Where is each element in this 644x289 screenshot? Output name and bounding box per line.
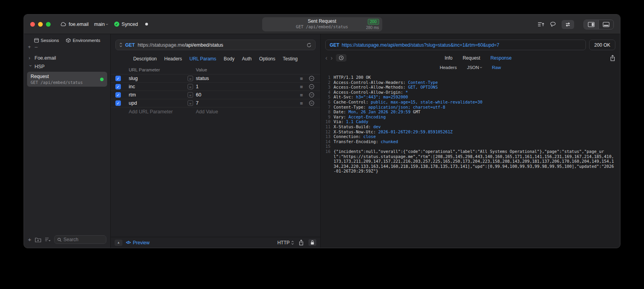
param-checkbox[interactable]: ✓ bbox=[115, 92, 121, 98]
add-item-button[interactable]: + bbox=[28, 45, 31, 49]
tree-item-hsp[interactable]: › HSP bbox=[26, 62, 108, 71]
param-row-slug: ✓slug=status≡ bbox=[111, 75, 320, 83]
param-value[interactable]: 60 bbox=[196, 92, 201, 98]
response-body[interactable]: 1HTTP/1.1 200 OK2Access-Control-Allow-He… bbox=[321, 72, 620, 248]
row-menu-icon[interactable]: ≡ bbox=[297, 92, 306, 98]
param-name[interactable]: upd bbox=[129, 100, 188, 106]
line-text: Date: Mon, 26 Jan 2026 20:29:59 GMT bbox=[334, 109, 616, 115]
chevron-right-icon: › bbox=[29, 55, 32, 61]
preview-button[interactable]: </> Preview bbox=[126, 240, 150, 245]
subtab-json[interactable]: JSON› bbox=[467, 65, 482, 70]
sync-status[interactable]: ✓ Synced bbox=[114, 22, 138, 27]
lock-icon[interactable] bbox=[308, 239, 316, 246]
tab-url-params[interactable]: URL Params bbox=[190, 56, 216, 62]
branch-selector[interactable]: main › bbox=[94, 22, 108, 27]
add-request-button[interactable]: + bbox=[28, 237, 31, 242]
minimize-button[interactable] bbox=[38, 22, 43, 27]
line-number: 3 bbox=[324, 85, 330, 90]
search-input[interactable] bbox=[64, 237, 103, 242]
line-text: Alt-Svc: h3=":443"; ma=2592000 bbox=[334, 95, 616, 100]
add-param-row[interactable]: Add URL Parameter Add Value bbox=[111, 107, 320, 116]
history-forward-icon[interactable]: › bbox=[330, 55, 332, 61]
param-value[interactable]: 1 bbox=[196, 84, 199, 89]
tab-sessions-label: Sessions bbox=[41, 38, 59, 43]
search-field[interactable] bbox=[54, 235, 106, 244]
close-button[interactable] bbox=[30, 22, 35, 27]
equals-icon: = bbox=[188, 76, 193, 81]
request-url-host[interactable]: https://statuspage.me bbox=[138, 42, 185, 48]
layout-bottom-panel-icon[interactable] bbox=[598, 20, 613, 29]
share-icon[interactable] bbox=[299, 240, 304, 245]
code-line: 15 bbox=[324, 144, 616, 149]
param-checkbox[interactable]: ✓ bbox=[115, 100, 121, 106]
new-folder-icon[interactable] bbox=[35, 237, 41, 242]
expand-panel-button[interactable]: ▲ bbox=[115, 240, 122, 246]
tab-response[interactable]: Response bbox=[491, 55, 512, 61]
param-checkbox[interactable]: ✓ bbox=[115, 84, 121, 89]
remove-row-icon[interactable] bbox=[306, 76, 317, 81]
app-window: foe.email main › ✓ Synced Sent Request G… bbox=[24, 14, 620, 248]
tab-sessions[interactable]: Sessions bbox=[34, 38, 59, 43]
export-response-icon[interactable] bbox=[610, 55, 615, 61]
response-url-section: GET https://statuspage.me/api/embed/stat… bbox=[321, 34, 620, 53]
param-value[interactable]: status bbox=[196, 76, 209, 81]
remove-row-icon[interactable] bbox=[306, 92, 317, 98]
param-name[interactable]: rtm bbox=[129, 92, 188, 98]
code-line: 6Cache-Control: public, max-age=15, stal… bbox=[324, 100, 616, 105]
tab-request[interactable]: Request bbox=[463, 55, 480, 61]
sort-filter-icon[interactable] bbox=[45, 237, 51, 242]
sent-request-capsule[interactable]: Sent Request GET /api/embed/status 200 2… bbox=[262, 17, 382, 31]
fullscreen-button[interactable] bbox=[46, 22, 51, 27]
param-value-cell[interactable]: =7 bbox=[188, 100, 297, 106]
add-value-placeholder[interactable]: Add Value bbox=[188, 109, 297, 115]
tab-options[interactable]: Options bbox=[259, 56, 275, 62]
sync-commit-icon[interactable] bbox=[562, 20, 574, 29]
line-text: Via: 1.1 Caddy bbox=[334, 119, 616, 124]
request-url-section: GET https://statuspage.me/api/embed/stat… bbox=[111, 34, 320, 53]
request-order-icon[interactable] bbox=[538, 22, 544, 27]
line-number: 8 bbox=[324, 109, 330, 115]
tab-environments-label: Environments bbox=[73, 38, 100, 43]
subtab-raw[interactable]: Raw bbox=[492, 65, 501, 70]
param-checkbox[interactable]: ✓ bbox=[115, 76, 121, 81]
response-url-bar[interactable]: GET https://statuspage.me/api/embed/stat… bbox=[325, 40, 586, 50]
row-menu-icon[interactable]: ≡ bbox=[297, 100, 306, 106]
protocol-selector[interactable]: HTTP bbox=[277, 240, 294, 245]
project-switcher[interactable]: foe.email bbox=[60, 22, 89, 27]
row-menu-icon[interactable]: ≡ bbox=[297, 84, 306, 90]
param-value-cell[interactable]: =status bbox=[188, 76, 297, 81]
resend-request-icon[interactable] bbox=[306, 42, 312, 48]
tab-body[interactable]: Body bbox=[224, 56, 234, 62]
tab-auth[interactable]: Auth bbox=[242, 56, 252, 62]
lasso-icon[interactable] bbox=[550, 22, 556, 27]
history-clock-icon[interactable] bbox=[336, 54, 347, 62]
param-value[interactable]: 7 bbox=[196, 100, 199, 106]
param-value-cell[interactable]: =1 bbox=[188, 84, 297, 89]
param-name[interactable]: slug bbox=[129, 76, 188, 81]
remove-row-icon[interactable] bbox=[306, 84, 317, 89]
line-text: Access-Control-Allow-Headers: Content-Ty… bbox=[334, 80, 616, 85]
param-value-cell[interactable]: =60 bbox=[188, 92, 297, 98]
unsaved-indicator-dot bbox=[145, 23, 148, 25]
add-param-placeholder[interactable]: Add URL Parameter bbox=[129, 109, 188, 115]
remove-item-button[interactable]: – bbox=[35, 45, 38, 49]
line-text: HTTP/1.1 200 OK bbox=[334, 75, 616, 80]
tab-headers[interactable]: Headers bbox=[164, 56, 182, 62]
code-line: 10Via: 1.1 Caddy bbox=[324, 119, 616, 124]
remove-row-icon[interactable] bbox=[306, 100, 317, 106]
row-menu-icon[interactable]: ≡ bbox=[297, 76, 306, 82]
tab-environments[interactable]: Environments bbox=[66, 38, 100, 43]
tab-testing[interactable]: Testing bbox=[283, 56, 298, 62]
tab-description[interactable]: Description bbox=[133, 56, 157, 62]
history-back-icon[interactable]: ‹ bbox=[325, 55, 327, 61]
layout-right-panel-icon[interactable] bbox=[584, 20, 598, 29]
method-selector-icon[interactable] bbox=[119, 43, 122, 47]
subtab-headers[interactable]: Headers bbox=[440, 65, 456, 70]
request-list-item-selected[interactable]: Request GET /api/embed/status bbox=[27, 72, 107, 87]
tree-item-foe-email[interactable]: › Foe.email bbox=[26, 54, 108, 62]
request-url-bar[interactable]: GET https://statuspage.me/api/embed/stat… bbox=[115, 40, 316, 50]
tab-info[interactable]: Info bbox=[445, 55, 452, 61]
param-name[interactable]: inc bbox=[129, 84, 188, 89]
request-url-path[interactable]: /api/embed/status bbox=[184, 42, 223, 48]
request-method[interactable]: GET bbox=[125, 42, 135, 48]
